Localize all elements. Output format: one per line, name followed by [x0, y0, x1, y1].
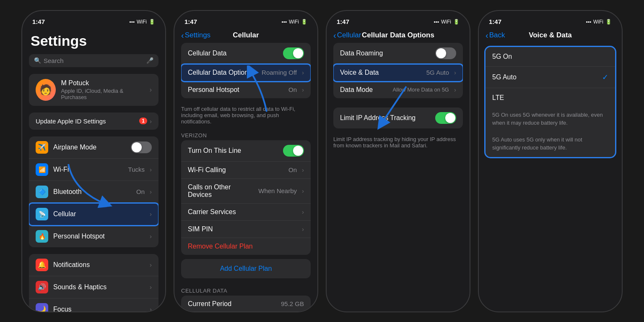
limit-ip-group: Limit IP Address Tracking — [333, 107, 463, 128]
5g-on-info: 5G On uses 5G whenever it is available, … — [486, 107, 615, 132]
current-period-row: Current Period 95.2 GB — [181, 296, 311, 312]
screen-1: Settings 🔍 Search 🎤 🧑 M Potuck Apple ID,… — [22, 29, 165, 312]
lte-label: LTE — [492, 94, 608, 102]
wifi-calling-value: On — [288, 166, 297, 173]
search-placeholder: Search — [44, 57, 144, 64]
5g-on-option[interactable]: 5G On — [486, 47, 615, 67]
phone-1: 1:47 ▪▪▪ WiFi 🔋 Settings 🔍 Search 🎤 🧑 M … — [21, 10, 166, 312]
search-bar[interactable]: 🔍 Search 🎤 — [29, 54, 158, 67]
mic-icon: 🎤 — [146, 57, 153, 64]
focus-row[interactable]: 🌙 Focus › — [29, 298, 158, 312]
airplane-toggle[interactable] — [131, 141, 152, 153]
lte-option[interactable]: LTE — [486, 88, 615, 107]
nav-back-3[interactable]: ‹ Cellular — [333, 31, 361, 39]
cellular-row[interactable]: 📡 Cellular › — [29, 203, 158, 225]
limit-ip-row[interactable]: Limit IP Address Tracking — [333, 107, 463, 128]
carrier-services-row[interactable]: Carrier Services › — [181, 204, 311, 221]
search-icon: 🔍 — [34, 57, 41, 64]
wifi-icon-2: WiFi — [289, 19, 299, 25]
data-mode-value: Allow More Data on 5G — [393, 86, 449, 93]
nav-back-4[interactable]: ‹ Back — [486, 31, 505, 39]
voice-data-row[interactable]: Voice & Data 5G Auto › — [333, 64, 463, 81]
voice-data-options-group: 5G On 5G Auto ✓ LTE 5G On uses 5G whenev… — [486, 47, 615, 157]
focus-label: Focus — [53, 306, 145, 312]
sounds-icon: 🔊 — [36, 281, 48, 293]
data-mode-row[interactable]: Data Mode Allow More Data on 5G › — [333, 81, 463, 98]
remove-cellular-plan-row[interactable]: Remove Cellular Plan — [181, 238, 311, 255]
update-text: Update Apple ID Settings — [36, 118, 106, 125]
nav-back-label-2: Settings — [185, 31, 210, 39]
screen-4: 5G On 5G Auto ✓ LTE 5G On uses 5G whenev… — [479, 43, 622, 312]
profile-row[interactable]: 🧑 M Potuck Apple ID, iCloud, Media & Pur… — [29, 74, 158, 106]
status-icons-2: ▪▪▪ WiFi 🔋 — [281, 19, 307, 25]
signal-icon: ▪▪▪ — [129, 19, 135, 25]
sounds-label: Sounds & Haptics — [53, 283, 145, 291]
limit-ip-label: Limit IP Address Tracking — [340, 114, 430, 122]
sounds-row[interactable]: 🔊 Sounds & Haptics › — [29, 276, 158, 298]
voice-data-chevron: › — [454, 69, 456, 76]
bluetooth-label: Bluetooth — [53, 188, 131, 196]
data-mode-chevron: › — [454, 86, 456, 93]
limit-ip-toggle[interactable] — [435, 112, 456, 124]
verizon-group: Turn On This Line Wi-Fi Calling On › Cal… — [181, 140, 311, 255]
status-bar-4: 1:47 ▪▪▪ WiFi 🔋 — [479, 11, 622, 29]
limit-ip-description: Limit IP address tracking by hiding your… — [327, 133, 470, 154]
bluetooth-chevron-icon: › — [150, 188, 152, 195]
data-roaming-toggle[interactable] — [435, 47, 456, 59]
turn-on-line-toggle[interactable] — [283, 145, 304, 157]
nav-bar-4: ‹ Back Voice & Data — [479, 29, 622, 43]
5g-on-label: 5G On — [492, 53, 608, 60]
airplane-mode-row[interactable]: ✈️ Airplane Mode — [29, 136, 158, 159]
personal-hotspot-row2[interactable]: Personal Hotspot On › — [181, 81, 311, 98]
current-period-value: 95.2 GB — [281, 300, 304, 307]
status-bar-1: 1:47 ▪▪▪ WiFi 🔋 — [22, 11, 165, 29]
wifi-row[interactable]: 📶 Wi-Fi Tucks › — [29, 159, 158, 181]
voice-data-value: 5G Auto — [426, 69, 449, 76]
carrier-services-label: Carrier Services — [188, 208, 297, 216]
nav-back-2[interactable]: ‹ Settings — [181, 31, 210, 39]
notification-group: 🔔 Notifications › 🔊 Sounds & Haptics › 🌙… — [29, 254, 158, 312]
focus-icon: 🌙 — [36, 303, 48, 312]
hotspot-chevron-icon: › — [150, 233, 152, 240]
cellular-icon: 📡 — [36, 208, 48, 220]
cellular-data-row[interactable]: Cellular Data — [181, 43, 311, 64]
cellular-data-toggle[interactable] — [283, 47, 304, 59]
phone-4: 1:47 ▪▪▪ WiFi 🔋 ‹ Back Voice & Data 5G O… — [478, 10, 623, 312]
update-row[interactable]: Update Apple ID Settings 1 › — [29, 113, 158, 130]
sounds-chevron-icon: › — [150, 283, 152, 291]
bluetooth-row[interactable]: 🔷 Bluetooth On › — [29, 181, 158, 203]
wifi-label: Wi-Fi — [53, 166, 123, 173]
notifications-row[interactable]: 🔔 Notifications › — [29, 254, 158, 276]
voice-data-label: Voice & Data — [340, 69, 421, 76]
wifi-value: Tucks — [128, 166, 145, 173]
nav-title-2: Cellular — [233, 31, 259, 39]
wifi-calling-label: Wi-Fi Calling — [188, 166, 283, 174]
battery-icon-4: 🔋 — [605, 19, 612, 25]
battery-icon-3: 🔋 — [453, 19, 460, 25]
signal-icon-4: ▪▪▪ — [586, 19, 591, 25]
hotspot-row[interactable]: 🔥 Personal Hotspot › — [29, 225, 158, 247]
data-mode-label: Data Mode — [340, 86, 388, 94]
screen-3: Data Roaming Voice & Data 5G Auto › Data… — [327, 43, 470, 312]
cellular-label: Cellular — [53, 210, 145, 218]
battery-icon: 🔋 — [149, 19, 155, 25]
wifi-calling-row[interactable]: Wi-Fi Calling On › — [181, 162, 311, 179]
sim-pin-row[interactable]: SIM PIN › — [181, 221, 311, 238]
5g-auto-check-icon: ✓ — [602, 73, 608, 82]
personal-hotspot-label2: Personal Hotspot — [188, 86, 283, 94]
profile-sub: Apple ID, iCloud, Media & Purchases — [61, 88, 144, 100]
profile-chevron-icon: › — [150, 86, 152, 94]
turn-on-line-row[interactable]: Turn On This Line — [181, 140, 311, 162]
cellular-data-label: Cellular Data — [188, 50, 278, 57]
current-period-label: Current Period — [188, 300, 276, 308]
5g-auto-option[interactable]: 5G Auto ✓ — [486, 67, 615, 88]
cellular-data-options-row[interactable]: Cellular Data Options Roaming Off › — [181, 64, 311, 81]
nav-bar-2: ‹ Settings Cellular — [174, 29, 317, 43]
data-roaming-row[interactable]: Data Roaming — [333, 43, 463, 64]
add-plan-button[interactable]: Add Cellular Plan — [181, 259, 311, 278]
cellular-data-section-label: CELLULAR DATA — [174, 285, 317, 296]
5g-auto-label: 5G Auto — [492, 73, 602, 81]
avatar: 🧑 — [36, 79, 56, 101]
status-time-1: 1:47 — [32, 18, 45, 25]
calls-other-devices-row[interactable]: Calls on Other Devices When Nearby › — [181, 179, 311, 204]
